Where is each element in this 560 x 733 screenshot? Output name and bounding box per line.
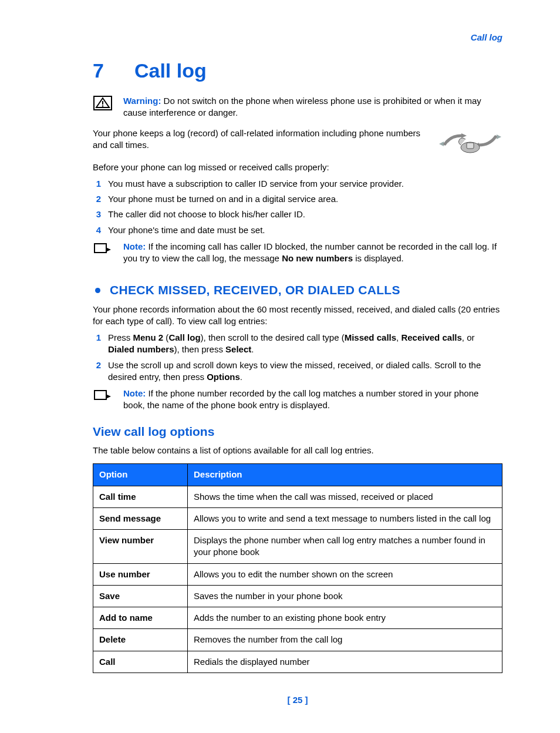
description-cell: Saves the number in your phone book — [188, 585, 502, 607]
text-run: ), then scroll to the desired call type … — [201, 332, 345, 342]
subheading: View call log options — [93, 423, 502, 440]
text-run: ), then press — [174, 344, 226, 354]
description-cell: Displays the phone number when call log … — [188, 530, 502, 564]
list-text: Your phone must be turned on and in a di… — [108, 193, 502, 205]
list-number: 1 — [93, 178, 101, 190]
option-cell: Delete — [93, 629, 188, 651]
table-row: Add to nameAdds the number to an existin… — [93, 607, 502, 629]
list-text: Use the scroll up and scroll down keys t… — [108, 359, 502, 384]
table-row: View numberDisplays the phone number whe… — [93, 530, 502, 564]
description-cell: Adds the number to an existing phone boo… — [188, 607, 502, 629]
bold-text: Dialed numbers — [108, 344, 174, 354]
intro-paragraph: Your phone keeps a log (record) of call-… — [93, 127, 426, 152]
description-cell: Allows you to edit the number shown on t… — [188, 563, 502, 585]
warning-block: Warning: Do not switch on the phone when… — [93, 95, 502, 119]
table-row: Use numberAllows you to edit the number … — [93, 563, 502, 585]
bold-text: Options — [207, 372, 240, 382]
list-item: 3The caller did not choose to block his/… — [93, 209, 502, 220]
text-run: Use the scroll up and scroll down keys t… — [108, 360, 481, 382]
list-text: You must have a subscription to caller I… — [108, 178, 502, 190]
running-header: Call log — [93, 32, 502, 43]
list-number: 2 — [93, 193, 101, 205]
chapter-title: Call log — [134, 58, 207, 85]
text-run: Press — [108, 332, 133, 342]
bold-text: Received calls — [401, 332, 461, 342]
option-cell: Call time — [93, 486, 188, 507]
list-text: The caller did not choose to block his/h… — [108, 209, 502, 220]
option-cell: Add to name — [93, 607, 188, 629]
note-block-1: Note: If the incoming call has caller ID… — [93, 241, 502, 265]
option-cell: View number — [93, 530, 188, 564]
text-run: . — [240, 372, 242, 382]
list-item: 1Press Menu 2 (Call log), then scroll to… — [93, 332, 502, 356]
section-title: CHECK MISSED, RECEIVED, OR DIALED CALLS — [110, 282, 400, 298]
note-label: Note: — [123, 241, 146, 251]
list-item: 4Your phone's time and date must be set. — [93, 224, 502, 236]
note-icon — [93, 241, 113, 256]
svg-rect-11 — [95, 391, 106, 399]
bold-text: Select — [225, 344, 251, 354]
table-row: DeleteRemoves the number from the call l… — [93, 629, 502, 651]
before-paragraph: Before your phone can log missed or rece… — [93, 162, 502, 173]
table-row: Call timeShows the time when the call wa… — [93, 486, 502, 507]
bold-text: Menu 2 — [133, 332, 164, 342]
warning-text: Do not switch on the phone when wireless… — [123, 96, 481, 117]
list-text: Press Menu 2 (Call log), then scroll to … — [108, 332, 502, 356]
table-row: Send messageAllows you to write and send… — [93, 507, 502, 529]
options-table: Option Description Call timeShows the ti… — [93, 463, 502, 673]
list-item: 2Use the scroll up and scroll down keys … — [93, 359, 502, 384]
note-block-2: Note: If the phone number recorded by th… — [93, 388, 502, 412]
table-row: CallRedials the displayed number — [93, 651, 502, 673]
text-run: ( — [163, 332, 168, 342]
svg-marker-5 — [461, 133, 467, 138]
warning-icon — [93, 95, 113, 110]
table-header-description: Description — [188, 464, 502, 486]
list-number: 2 — [93, 359, 101, 371]
description-cell: Removes the number from the call log — [188, 629, 502, 651]
text-run: , or — [462, 332, 475, 342]
svg-marker-12 — [106, 394, 111, 399]
note1-post: is displayed. — [353, 253, 404, 263]
section-heading: CHECK MISSED, RECEIVED, OR DIALED CALLS — [93, 282, 502, 298]
description-cell: Allows you to write and send a text mess… — [188, 507, 502, 529]
table-header-option: Option — [93, 464, 188, 486]
svg-marker-10 — [106, 247, 111, 252]
list-item: 2Your phone must be turned on and in a d… — [93, 193, 502, 205]
option-cell: Use number — [93, 563, 188, 585]
svg-point-2 — [102, 105, 103, 106]
text-run: . — [251, 344, 254, 354]
list-text: Your phone's time and date must be set. — [108, 224, 502, 236]
note-label: Note: — [123, 388, 146, 398]
table-intro: The table below contains a list of optio… — [93, 445, 502, 456]
bold-text: Missed calls — [345, 332, 396, 342]
note-icon — [93, 388, 113, 403]
list-item: 1You must have a subscription to caller … — [93, 178, 502, 190]
prerequisites-list: 1You must have a subscription to caller … — [93, 178, 502, 236]
note2-text: If the phone number recorded by the call… — [123, 388, 478, 410]
note1-bold: No new numbers — [282, 253, 353, 263]
chapter-header: 7 Call log — [93, 58, 502, 85]
list-number: 4 — [93, 224, 101, 236]
option-cell: Save — [93, 585, 188, 607]
option-cell: Send message — [93, 507, 188, 529]
chapter-number: 7 — [93, 58, 104, 85]
warning-label: Warning: — [123, 96, 161, 106]
option-cell: Call — [93, 651, 188, 673]
svg-marker-4 — [497, 135, 501, 139]
bullet-icon — [95, 288, 100, 293]
list-number: 3 — [93, 209, 101, 220]
page-number: [ 25 ] — [93, 694, 502, 706]
table-row: SaveSaves the number in your phone book — [93, 585, 502, 607]
svg-rect-9 — [95, 244, 106, 253]
bold-text: Call log — [168, 332, 200, 342]
list-number: 1 — [93, 332, 101, 344]
steps-list: 1Press Menu 2 (Call log), then scroll to… — [93, 332, 502, 383]
description-cell: Redials the displayed number — [188, 651, 502, 673]
svg-marker-3 — [439, 142, 444, 146]
section-intro: Your phone records information about the… — [93, 304, 502, 328]
phone-sync-icon — [438, 125, 502, 157]
svg-rect-8 — [467, 143, 474, 149]
description-cell: Shows the time when the call was missed,… — [188, 486, 502, 507]
